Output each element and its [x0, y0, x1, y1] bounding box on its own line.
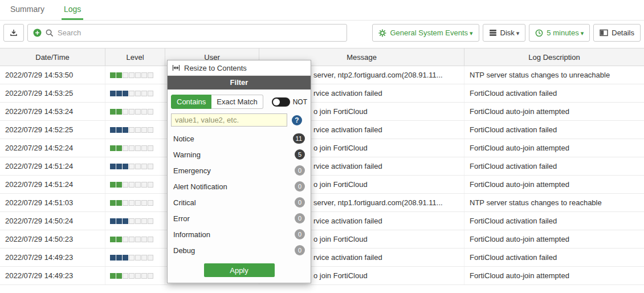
table-row[interactable]: 2022/07/29 14:49:23 o join FortiCloud Fo… — [0, 267, 644, 285]
level-indicator — [105, 139, 165, 157]
table-row[interactable]: 2022/07/29 14:51:24 o join FortiCloud Fo… — [0, 176, 644, 194]
cell-description: FortiCloud activation failed — [464, 249, 644, 266]
filter-option-count: 0 — [295, 245, 305, 255]
table-row[interactable]: 2022/07/29 14:49:23 rvice activation fai… — [0, 249, 644, 267]
download-button[interactable] — [3, 24, 24, 42]
level-indicator — [105, 212, 165, 230]
table-row[interactable]: 2022/07/29 14:53:25 rvice activation fai… — [0, 84, 644, 103]
not-label: NOT — [293, 98, 307, 106]
log-table-body: 2022/07/29 14:53:50 server, ntp2.fortigu… — [0, 66, 644, 285]
cell-description: NTP server status changes to unreachable — [464, 66, 644, 84]
level-indicator — [105, 84, 165, 102]
filter-value-input[interactable] — [171, 113, 287, 127]
level-indicator — [105, 267, 165, 284]
cell-datetime: 2022/07/29 14:50:23 — [0, 230, 105, 248]
cell-datetime: 2022/07/29 14:51:03 — [0, 194, 105, 211]
cell-description: FortiCloud auto-join attempted — [464, 230, 644, 248]
filter-option-label: Notice — [173, 135, 293, 143]
toggle-knob — [273, 99, 280, 105]
match-mode-row: Contains Exact Match NOT — [171, 95, 307, 109]
not-toggle-wrap: NOT — [272, 97, 307, 107]
filter-option-label: Critical — [173, 198, 295, 207]
cell-description: FortiCloud auto-join attempted — [464, 103, 644, 120]
level-indicator — [105, 157, 165, 175]
column-header-description[interactable]: Log Description — [464, 48, 644, 66]
level-indicator — [105, 103, 165, 120]
filter-option-count: 0 — [295, 165, 305, 176]
filter-popup-body: Contains Exact Match NOT ? Notice 11 War… — [168, 89, 311, 283]
filter-option-count: 0 — [295, 229, 305, 239]
level-indicator — [105, 121, 165, 139]
filter-option-row[interactable]: Error 0 — [171, 210, 307, 226]
level-indicator — [105, 176, 165, 193]
details-columns-icon — [600, 29, 608, 36]
tab-logs[interactable]: Logs — [62, 0, 83, 20]
apply-button[interactable]: Apply — [204, 263, 275, 277]
cell-description: FortiCloud activation failed — [464, 157, 644, 175]
filter-option-row[interactable]: Warning 5 — [171, 146, 307, 162]
log-table: Date/Time Level User Message Log Descrip… — [0, 48, 644, 285]
filter-option-count: 0 — [295, 213, 305, 223]
resize-to-contents-item[interactable]: Resize to Contents — [168, 60, 311, 76]
level-indicator — [105, 66, 165, 84]
cell-datetime: 2022/07/29 14:53:50 — [0, 66, 105, 84]
filter-option-row[interactable]: Notice 11 — [171, 131, 307, 146]
filter-option-row[interactable]: Critical 0 — [171, 194, 307, 210]
event-type-dropdown[interactable]: General System Events — [372, 24, 479, 42]
contains-button[interactable]: Contains — [171, 95, 211, 109]
table-row[interactable]: 2022/07/29 14:50:23 o join FortiCloud Fo… — [0, 230, 644, 249]
filter-option-row[interactable]: Alert Notification 0 — [171, 178, 307, 194]
cell-datetime: 2022/07/29 14:51:24 — [0, 176, 105, 193]
help-icon[interactable]: ? — [292, 115, 302, 125]
exact-match-button[interactable]: Exact Match — [211, 95, 263, 109]
cell-datetime: 2022/07/29 14:53:24 — [0, 103, 105, 120]
table-row[interactable]: 2022/07/29 14:52:24 o join FortiCloud Fo… — [0, 139, 644, 157]
cell-description: FortiCloud activation failed — [464, 84, 644, 102]
search-input[interactable] — [58, 29, 341, 37]
filter-option-label: Error — [173, 214, 295, 223]
filter-popup-title: Filter — [168, 76, 311, 89]
cell-datetime: 2022/07/29 14:51:24 — [0, 157, 105, 175]
cell-datetime: 2022/07/29 14:52:24 — [0, 139, 105, 157]
filter-option-row[interactable]: Emergency 0 — [171, 162, 307, 178]
cell-datetime: 2022/07/29 14:52:25 — [0, 121, 105, 139]
filter-option-label: Warning — [173, 150, 295, 159]
table-row[interactable]: 2022/07/29 14:52:25 rvice activation fai… — [0, 121, 644, 139]
add-filter-icon[interactable] — [33, 29, 42, 37]
tab-bar: Summary Logs — [0, 0, 644, 21]
log-source-label: Disk — [500, 29, 520, 37]
log-source-dropdown[interactable]: Disk — [483, 24, 526, 42]
filter-option-label: Information — [173, 230, 295, 239]
cell-datetime: 2022/07/29 14:49:23 — [0, 267, 105, 284]
filter-input-row: ? — [171, 113, 307, 127]
table-row[interactable]: 2022/07/29 14:51:24 rvice activation fai… — [0, 157, 644, 176]
tab-summary[interactable]: Summary — [8, 0, 47, 20]
details-button[interactable]: Details — [593, 24, 641, 42]
filter-option-row[interactable]: Information 0 — [171, 226, 307, 242]
filter-option-label: Debug — [173, 246, 295, 255]
time-range-dropdown[interactable]: 5 minutes — [529, 24, 590, 42]
table-row[interactable]: 2022/07/29 14:53:50 server, ntp2.fortigu… — [0, 66, 644, 84]
cell-description: FortiCloud auto-join attempted — [464, 139, 644, 157]
resize-icon — [172, 64, 180, 71]
filter-option-count: 11 — [293, 133, 305, 144]
table-row[interactable]: 2022/07/29 14:51:03 server, ntp1.fortigu… — [0, 194, 644, 212]
gear-icon — [378, 29, 386, 37]
filter-option-label: Alert Notification — [173, 182, 295, 191]
resize-to-contents-label: Resize to Contents — [184, 64, 247, 72]
event-type-label: General System Events — [390, 29, 472, 37]
not-toggle[interactable] — [272, 97, 290, 107]
cell-datetime: 2022/07/29 14:53:25 — [0, 84, 105, 102]
cell-description: FortiCloud auto-join attempted — [464, 267, 644, 284]
level-indicator — [105, 249, 165, 266]
details-label: Details — [612, 29, 634, 37]
table-row[interactable]: 2022/07/29 14:50:24 rvice activation fai… — [0, 212, 644, 230]
column-header-datetime[interactable]: Date/Time — [0, 48, 105, 66]
filter-option-list: Notice 11 Warning 5 Emergency 0 Alert No… — [171, 131, 307, 258]
search-box — [27, 24, 347, 42]
level-indicator — [105, 230, 165, 248]
table-row[interactable]: 2022/07/29 14:53:24 o join FortiCloud Fo… — [0, 103, 644, 121]
filter-option-row[interactable]: Debug 0 — [171, 242, 307, 258]
cell-description: FortiCloud auto-join attempted — [464, 176, 644, 193]
column-header-level[interactable]: Level — [105, 48, 165, 66]
